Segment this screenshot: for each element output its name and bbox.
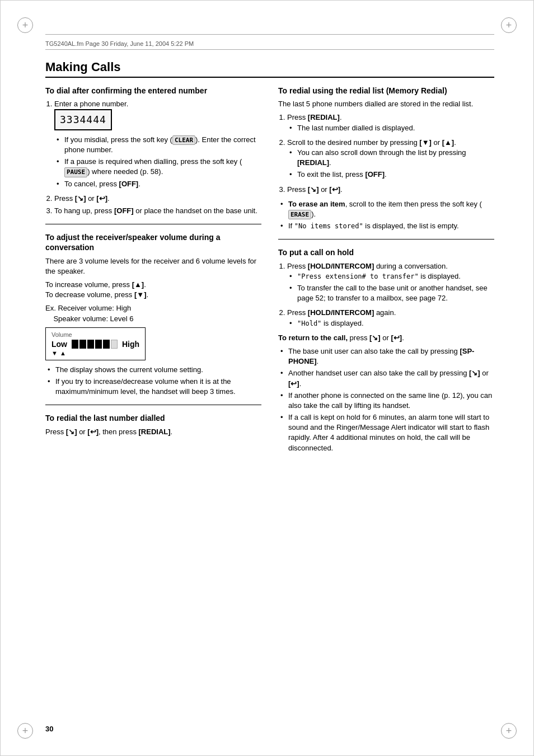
vol-seg-2	[79, 340, 86, 349]
volume-bar	[72, 340, 118, 349]
page-number: 30	[45, 725, 53, 733]
section5-step1: Press [HOLD/INTERCOM] during a conversat…	[287, 261, 494, 304]
page: TG5240AL.fm Page 30 Friday, June 11, 200…	[0, 0, 534, 756]
two-column-layout: To dial after confirming the entered num…	[45, 86, 494, 458]
corner-mark-tr	[501, 17, 517, 33]
erase-key: ERASE	[288, 210, 311, 219]
s5-bullet2: To transfer the call to the base unit or…	[289, 283, 494, 303]
arrow-up: ▲	[60, 350, 66, 356]
section2-intro: There are 3 volume levels for the receiv…	[45, 256, 261, 276]
section3-title: To redial the last number dialled	[45, 413, 261, 423]
step2-item: Press [↘] or [↩].	[54, 194, 261, 204]
s4-erase: To erase an item, scroll to the item the…	[280, 199, 494, 220]
volume-low-label: Low	[51, 340, 67, 349]
example-label: Ex. Receiver volume: High Speaker volume…	[45, 303, 261, 323]
volume-label: Volume	[51, 331, 139, 338]
section4-step3: Press [↘] or [↩].	[287, 185, 494, 195]
bullet-display: The display shows the current volume set…	[48, 365, 261, 375]
section4-title: To redial using the redial list (Memory …	[278, 86, 494, 96]
volume-bar-row: Low High	[51, 340, 139, 349]
bullet-pause: If a pause is required when dialling, pr…	[57, 157, 261, 177]
volume-high-label: High	[122, 340, 139, 349]
vol-seg-6	[111, 340, 118, 349]
bullet-cancel: To cancel, press [OFF].	[57, 179, 261, 189]
section1-bullets: If you misdial, press the soft key (CLEA…	[57, 135, 261, 189]
bullet-misdial: If you misdial, press the soft key (CLEA…	[57, 135, 261, 156]
volume-box: Volume Low High ▼ ▲	[45, 327, 146, 360]
section5-steps: Press [HOLD/INTERCOM] during a conversat…	[287, 261, 494, 328]
section3-text: Press [↘] or [↩], then press [REDIAL].	[45, 427, 261, 437]
right-column: To redial using the redial list (Memory …	[278, 86, 494, 458]
increase-text: To increase volume, press [▲].To decreas…	[45, 280, 261, 300]
step1-text: Enter a phone number.	[54, 100, 128, 108]
vol-seg-1	[72, 340, 78, 349]
clear-key: CLEAR	[172, 135, 195, 145]
section-divider-1	[45, 224, 261, 224]
return-bullets: The base unit user can also take the cal…	[280, 346, 494, 453]
header-meta: TG5240AL.fm Page 30 Friday, June 11, 200…	[45, 34, 494, 50]
corner-mark-bl	[17, 723, 33, 739]
vol-seg-5	[103, 340, 110, 349]
left-column: To dial after confirming the entered num…	[45, 86, 261, 458]
phone-display: 3334444	[54, 109, 112, 130]
section2-bullets: The display shows the current volume set…	[48, 365, 261, 397]
section-divider-2	[45, 405, 261, 405]
section2-title: To adjust the receiver/speaker volume du…	[45, 232, 261, 252]
pause-key: PAUSE	[64, 167, 87, 177]
s5-bullet1: "Press extension# to transfer" is displa…	[289, 271, 494, 281]
s4-bullet1: The last number dialled is displayed.	[289, 123, 494, 133]
corner-mark-tl	[17, 17, 33, 33]
s5-bullet3: "Hold" is displayed.	[289, 318, 494, 328]
vol-seg-3	[87, 340, 94, 349]
section1-title: To dial after confirming the entered num…	[45, 86, 261, 96]
return-to-call-title: To return to the call, press [↘] or [↩].	[278, 333, 494, 343]
s4-no-items: If "No items stored" is displayed, the l…	[280, 221, 494, 231]
volume-arrows: ▼ ▲	[51, 350, 139, 356]
corner-mark-br	[501, 723, 517, 739]
step3-item: To hang up, press [OFF] or place the han…	[54, 206, 261, 216]
step1-item: Enter a phone number. 3334444 If you mis…	[54, 99, 261, 189]
return-b4: If a call is kept on hold for 6 minutes,…	[280, 412, 494, 453]
section1-steps: Enter a phone number. 3334444 If you mis…	[54, 99, 261, 216]
section4-after-bullets: To erase an item, scroll to the item the…	[280, 199, 494, 232]
section5-step2: Press [HOLD/INTERCOM] again. "Hold" is d…	[287, 308, 494, 328]
file-info: TG5240AL.fm Page 30 Friday, June 11, 200…	[45, 40, 194, 47]
return-b1: The base unit user can also take the cal…	[280, 346, 494, 367]
section4-intro: The last 5 phone numbers dialled are sto…	[278, 99, 494, 109]
section4-step2: Scroll to the desired number by pressing…	[287, 138, 494, 180]
return-b2: Another handset user can also take the c…	[280, 368, 494, 388]
bullet-max: If you try to increase/decrease volume w…	[48, 377, 261, 397]
section4-steps: Press [REDIAL]. The last number dialled …	[287, 112, 494, 194]
section4-step1: Press [REDIAL]. The last number dialled …	[287, 112, 494, 133]
return-b3: If another phone is connected on the sam…	[280, 391, 494, 411]
vol-seg-4	[95, 340, 102, 349]
s4-bullet2: You can also scroll down through the lis…	[289, 148, 494, 168]
arrow-down: ▼	[51, 350, 58, 356]
s4-bullet3: To exit the list, press [OFF].	[289, 170, 494, 180]
section-divider-3	[278, 239, 494, 240]
page-title: Making Calls	[45, 60, 494, 78]
section5-title: To put a call on hold	[278, 247, 494, 257]
